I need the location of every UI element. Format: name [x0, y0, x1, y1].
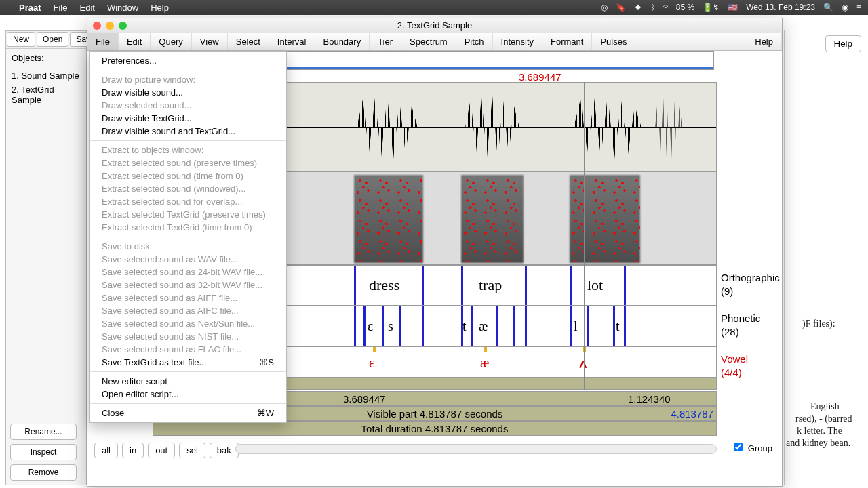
remove-button[interactable]: Remove	[10, 464, 77, 481]
bluetooth-icon: ᛒ	[650, 3, 655, 12]
cursor-line[interactable]	[584, 82, 585, 390]
notifications-icon[interactable]: ≡	[856, 3, 861, 12]
rename-button[interactable]: Rename...	[10, 424, 77, 440]
menu-item: Extract selected sound (windowed)...	[90, 182, 286, 195]
cursor-time-label: 3.689447	[519, 71, 561, 83]
tier-name-label: Orthographic	[721, 272, 780, 283]
battery-label: 85 %	[676, 3, 694, 12]
tier-count-label: (4/4)	[721, 367, 742, 378]
editor-menu-select[interactable]: Select	[228, 33, 269, 50]
visible-end-value: 4.813787	[671, 408, 713, 420]
menu-edit[interactable]: Edit	[79, 3, 94, 13]
editor-menu-interval[interactable]: Interval	[269, 33, 315, 50]
menu-item[interactable]: Save TextGrid as text file...⌘S	[90, 356, 286, 369]
dropbox-icon: ⯁	[634, 3, 642, 12]
editor-menu-tier[interactable]: Tier	[370, 33, 401, 50]
interval-label: trap	[479, 277, 502, 294]
editor-menu-query[interactable]: Query	[151, 33, 191, 50]
help-window-bg: Help )F files): English rsed), - (barred…	[784, 30, 868, 485]
menu-separator	[90, 140, 286, 141]
selection-start-value: 3.689447	[343, 393, 386, 405]
menu-separator	[90, 237, 286, 237]
menu-item[interactable]: Draw visible sound and TextGrid...	[90, 125, 286, 138]
list-item[interactable]: 1. Sound Sample	[6, 68, 86, 83]
zoom-all-button[interactable]: all	[94, 443, 118, 458]
menu-window[interactable]: Window	[107, 3, 138, 13]
editor-help-button[interactable]: Help	[747, 33, 782, 50]
menu-item: Save selected sound as Next/Sun file...	[90, 317, 286, 330]
menu-item: Save selected sound as FLAC file...	[90, 343, 286, 356]
flag-icon: 🇺🇸	[728, 3, 738, 12]
siri-icon[interactable]: ◉	[842, 3, 848, 12]
editor-menu-file[interactable]: File	[87, 33, 119, 50]
inspect-button[interactable]: Inspect	[10, 444, 77, 460]
menu-separator	[90, 70, 286, 70]
app-name[interactable]: Praat	[19, 3, 41, 13]
menu-item: Draw selected sound...	[90, 99, 286, 112]
menu-item: Save selected sound as 24-bit WAV file..…	[90, 266, 286, 279]
battery-icon: 🔋↯	[703, 3, 719, 12]
menu-item[interactable]: Close⌘W	[90, 407, 286, 420]
horizontal-scrollbar[interactable]	[235, 444, 717, 454]
menu-item: Extract selected sound for overlap...	[90, 195, 286, 208]
menu-item: Save to disk:	[90, 240, 286, 253]
zoom-bak-button[interactable]: bak	[210, 443, 239, 458]
menu-item[interactable]: Open editor script...	[90, 388, 286, 401]
menu-help[interactable]: Help	[151, 3, 169, 13]
new-button[interactable]: New	[7, 32, 35, 47]
total-bar[interactable]: Total duration 4.813787 seconds	[153, 421, 717, 436]
menu-item[interactable]: Preferences...	[90, 54, 286, 67]
editor-menubar: File Edit Query View Select Interval Bou…	[87, 33, 782, 51]
visible-label: Visible part 4.813787 seconds	[367, 408, 503, 420]
textgrid-editor-window: 2. TextGrid Sample File Edit Query View …	[87, 18, 783, 487]
editor-menu-edit[interactable]: Edit	[119, 33, 151, 50]
editor-menu-formant[interactable]: Formant	[542, 33, 592, 50]
bookmark-icon: 🔖	[616, 3, 626, 12]
status-icon: ◎	[601, 3, 608, 12]
help-button[interactable]: Help	[825, 35, 861, 52]
zoom-sel-button[interactable]: sel	[179, 443, 205, 458]
macos-menubar: Praat File Edit Window Help ◎ 🔖 ⯁ ᛒ ⌔ 85…	[0, 0, 868, 15]
menu-item: Save selected sound as AIFC file...	[90, 304, 286, 317]
zoom-in-button[interactable]: in	[122, 443, 144, 458]
editor-menu-intensity[interactable]: Intensity	[493, 33, 542, 50]
objects-window: New Open Save Objects: 1. Sound Sample 2…	[5, 30, 87, 485]
menu-item[interactable]: Draw visible TextGrid...	[90, 112, 286, 125]
spotlight-icon[interactable]: 🔍	[823, 3, 833, 12]
menu-item: Save selected sound as AIFF file...	[90, 291, 286, 304]
tier-name-label: Vowel	[721, 353, 748, 365]
editor-menu-spectrum[interactable]: Spectrum	[401, 33, 456, 50]
group-checkbox-input[interactable]	[734, 443, 743, 451]
list-item[interactable]: 2. TextGrid Sample	[6, 83, 86, 107]
menu-item: Save selected sound as WAV file...	[90, 253, 286, 266]
menu-item: Draw to picture window:	[90, 73, 286, 86]
menu-item[interactable]: New editor script	[90, 375, 286, 388]
open-button[interactable]: Open	[37, 32, 68, 47]
objects-label: Objects:	[6, 49, 86, 67]
menu-item[interactable]: Draw visible sound...	[90, 86, 286, 99]
menu-item: Extract selected sound (preserve times)	[90, 157, 286, 169]
interval-label: dress	[369, 277, 399, 294]
titlebar[interactable]: 2. TextGrid Sample	[87, 18, 782, 33]
interval-label: lot	[587, 277, 603, 294]
menu-item: Extract selected sound (time from 0)	[90, 169, 286, 182]
group-checkbox[interactable]: Group	[734, 443, 772, 453]
window-title: 2. TextGrid Sample	[87, 20, 782, 30]
editor-menu-view[interactable]: View	[192, 33, 228, 50]
datetime-label: Wed 13. Feb 19:23	[746, 3, 815, 12]
zoom-out-button[interactable]: out	[148, 443, 175, 458]
editor-menu-pulses[interactable]: Pulses	[592, 33, 635, 50]
editor-menu-pitch[interactable]: Pitch	[456, 33, 493, 50]
menu-separator	[90, 403, 286, 404]
editor-menu-boundary[interactable]: Boundary	[315, 33, 370, 50]
objects-list[interactable]: 1. Sound Sample 2. TextGrid Sample	[6, 67, 86, 108]
menu-item: Save selected sound as NIST file...	[90, 330, 286, 343]
menu-item: Extract to objects window:	[90, 144, 286, 157]
tier-count-label: (9)	[721, 285, 733, 297]
tier-name-label: Phonetic	[721, 312, 760, 324]
tier-count-label: (28)	[721, 326, 739, 338]
menu-file[interactable]: File	[54, 3, 68, 13]
total-label: Total duration 4.813787 seconds	[361, 423, 509, 434]
menu-separator	[90, 371, 286, 372]
menu-item: Extract selected TextGrid (time from 0)	[90, 221, 286, 234]
